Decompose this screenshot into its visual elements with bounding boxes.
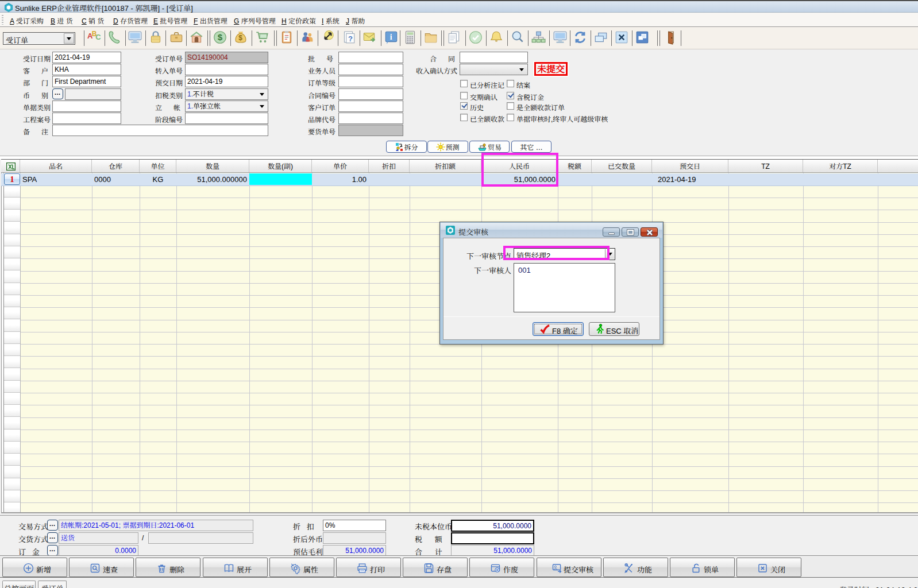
svg-text:?: ?: [348, 34, 353, 43]
svg-text:C: C: [95, 33, 101, 41]
svg-text:i: i: [390, 32, 392, 41]
svg-text:$: $: [238, 34, 242, 42]
svg-text:$: $: [218, 32, 223, 42]
